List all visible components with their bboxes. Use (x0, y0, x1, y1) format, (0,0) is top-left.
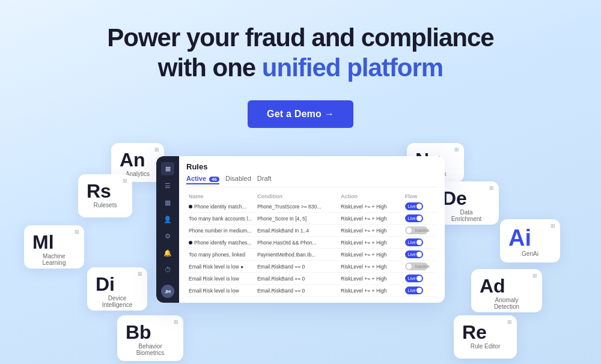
rule-name-cell: Phone number in medium... (186, 225, 255, 237)
rule-name-cell: Email Risk level is low ● (186, 261, 255, 273)
rule-condition-cell: Email.RiskBand == 0 (255, 273, 338, 285)
sidebar-icon-home[interactable]: ⊞ (161, 162, 174, 175)
rule-condition-cell: Email.RiskBand == 0 (255, 261, 338, 273)
rules-content: Rules Active 46 Disabled Draft Name Cond… (179, 156, 445, 303)
active-badge: 46 (209, 177, 219, 182)
rules-tabs: Active 46 Disabled Draft (186, 175, 438, 187)
toggle-on[interactable]: Live (405, 275, 423, 282)
rule-name-cell: Phone identity match... (186, 201, 255, 213)
ai-abbr: Ai (508, 226, 531, 249)
rule-condition-cell: PaymentMethod.Iban.Ib... (255, 249, 338, 261)
bb-card: ⊞ Bb BehaviorBiometrics (117, 315, 183, 361)
col-flow: Flow (403, 192, 438, 201)
toggle-on[interactable]: Live (405, 214, 423, 222)
ai-label: GenAi (508, 250, 552, 257)
corner-icon-an: ⊞ (154, 147, 159, 153)
ml-abbr: Ml (32, 232, 54, 252)
sidebar-icon-rules[interactable]: ☰ (161, 179, 174, 192)
sidebar-icon-settings[interactable]: ⚙ (161, 229, 174, 243)
rule-action-cell: RiskLevel += + High (338, 261, 403, 273)
sidebar-icon-analytics[interactable]: ▦ (161, 196, 174, 209)
rule-action-cell: RiskLevel += + High (338, 249, 403, 261)
tab-draft[interactable]: Draft (257, 175, 272, 184)
rulesets-abbr: Rs (87, 181, 111, 201)
ml-card: ⊞ Ml MachineLearning (24, 225, 84, 268)
re-card: ⊞ Re Rule Editor (454, 315, 517, 359)
table-row: Too many phones, linkedPaymentMethod.Iba… (186, 249, 438, 261)
rule-name-cell: Too many phones, linked (186, 249, 255, 261)
rule-flow-cell[interactable]: Inactive (403, 261, 438, 273)
di-abbr: Di (96, 275, 115, 294)
hero-section: Power your fraud and compliance with one… (0, 0, 601, 128)
table-row: Email Risk level is lowEmail.RiskBand ==… (186, 273, 438, 285)
sidebar-icon-notifications[interactable]: 🔔 (161, 246, 174, 259)
sidebar-icon-users[interactable]: 👤 (161, 213, 174, 226)
rule-flow-cell[interactable]: Live (403, 285, 438, 297)
corner-icon-ng: ⊞ (454, 147, 459, 153)
col-name: Name (186, 192, 255, 201)
di-label: DeviceIntelligence (96, 295, 139, 308)
rules-table: Name Condition Action Flow Phone identit… (186, 192, 438, 297)
ad-abbr: Ad (480, 276, 505, 296)
rule-flow-cell[interactable]: Live (403, 237, 438, 249)
rule-name-cell: Email Risk level is low (186, 273, 255, 285)
corner-icon-bb: ⊞ (174, 319, 178, 325)
table-row: Too many bank accounts l...Phone_Score I… (186, 213, 438, 225)
rule-flow-cell[interactable]: Live (403, 273, 438, 285)
col-condition: Condition (255, 192, 338, 201)
rule-flow-cell[interactable]: Live (403, 213, 438, 225)
rule-flow-cell[interactable]: Inactive (403, 225, 438, 237)
rule-condition-cell: Phone_TrustScore >= 830... (255, 201, 338, 213)
rule-condition-cell: Phone.HasOtd && Phon... (255, 237, 338, 249)
cards-area: ⊞ An Analytics ⊞ Rs Rulesets ⊞ Ml Machin… (0, 138, 601, 364)
table-row: Email Risk level is lowEmail.RiskBand ==… (186, 285, 438, 297)
dot-indicator (189, 205, 192, 208)
hero-title-line1: Power your fraud and compliance (107, 23, 493, 52)
get-demo-button[interactable]: Get a Demo → (248, 100, 353, 128)
rule-action-cell: RiskLevel += + High (338, 201, 403, 213)
corner-icon-rs: ⊞ (123, 178, 127, 184)
toggle-on[interactable]: Live (405, 250, 423, 258)
rule-action-cell: RiskLevel += + High (338, 237, 403, 249)
toggle-on[interactable]: Live (405, 287, 423, 294)
corner-icon-re: ⊞ (507, 319, 512, 325)
re-label: Rule Editor (462, 343, 508, 350)
rule-name-cell: Email Risk level is low (186, 285, 255, 297)
rulesets-card: ⊞ Rs Rulesets (78, 174, 132, 217)
rules-panel-title: Rules (186, 162, 438, 171)
tab-active[interactable]: Active 46 (186, 175, 219, 184)
dot-indicator (189, 241, 192, 244)
di-card: ⊞ Di DeviceIntelligence (87, 267, 147, 311)
rule-flow-cell[interactable]: Live (403, 201, 438, 213)
re-abbr: Re (462, 323, 487, 342)
corner-icon-ml: ⊞ (75, 229, 79, 235)
bb-abbr: Bb (126, 323, 151, 342)
analytics-abbr: An (120, 150, 145, 169)
de-label: DataEnrichment (442, 209, 490, 222)
toggle-on[interactable]: Live (405, 202, 423, 210)
rule-action-cell: RiskLevel += + High (338, 213, 403, 225)
corner-icon-ad: ⊞ (532, 273, 537, 279)
toggle-off[interactable]: Inactive (405, 262, 428, 270)
col-action: Action (338, 192, 403, 201)
table-row: Phone identify matches...Phone.HasOtd &&… (186, 237, 438, 249)
ad-card: ⊞ Ad AnomalyDetection (471, 269, 542, 312)
rulesets-label: Rulesets (87, 202, 124, 208)
de-abbr: De (442, 189, 467, 208)
sidebar-icon-history[interactable]: ⏱ (161, 263, 174, 276)
hero-title-line2: with one (158, 53, 262, 82)
rule-condition-cell: Email.RiskBand == 0 (255, 285, 338, 297)
toggle-off[interactable]: Inactive (405, 226, 428, 234)
ai-card: ⊞ Ai GenAi (500, 219, 560, 262)
sidebar-avatar[interactable]: JH (161, 285, 174, 298)
rule-name-cell: Too many bank accounts l... (186, 213, 255, 225)
rule-action-cell: RiskLevel += + High (338, 285, 403, 297)
rule-condition-cell: Email.RiskBand In 1..4 (255, 225, 338, 237)
tab-disabled[interactable]: Disabled (225, 175, 251, 184)
toggle-on[interactable]: Live (405, 238, 423, 246)
hero-title: Power your fraud and compliance with one… (0, 23, 601, 83)
ad-label: AnomalyDetection (480, 297, 534, 310)
table-row: Email Risk level is low ●Email.RiskBand … (186, 261, 438, 273)
ml-label: MachineLearning (32, 253, 76, 266)
rule-flow-cell[interactable]: Live (403, 249, 438, 261)
